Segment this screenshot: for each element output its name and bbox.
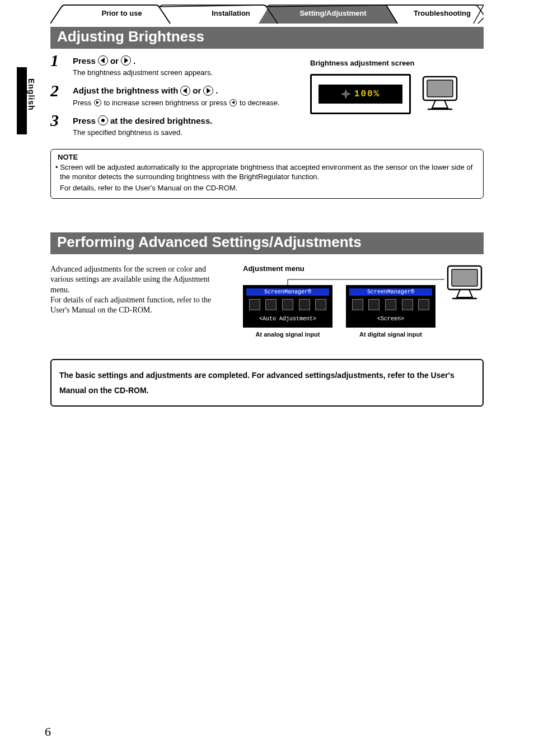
enter-dot-icon [98, 115, 108, 125]
step-1: 1 Press or . The brightness adjustment s… [50, 55, 291, 78]
screenmanager-panel-digital: ScreenManager® <Screen> [346, 285, 435, 328]
note-title: NOTE [58, 153, 476, 161]
step-description: Press to increase screen brightness or p… [73, 98, 291, 108]
text: Press [73, 56, 96, 66]
note-box: NOTE • Screen will be adjusted automatic… [50, 149, 484, 199]
step-number: 1 [50, 51, 59, 70]
sm-icon [282, 299, 293, 310]
text: Press [73, 116, 96, 125]
svg-rect-1 [427, 80, 453, 97]
osd-box: 100% [310, 74, 411, 114]
caption-digital: At digital signal input [346, 331, 435, 338]
step-heading: Press at the desired brightness. [73, 115, 291, 125]
step-number: 2 [50, 81, 59, 100]
step-heading: Press or . [73, 55, 291, 66]
note-text-2: For details, refer to the User's Manual … [58, 183, 476, 193]
left-arrow-icon [180, 86, 190, 96]
note-text-1: • Screen will be adjusted automatically … [58, 162, 476, 182]
tab-installation: Installation [193, 9, 269, 17]
sm-selection-digital: <Screen> [349, 316, 432, 322]
text: . [133, 56, 135, 66]
sm-icon [299, 299, 310, 310]
brightness-screen-figure: Brightness adjustment screen 100% [310, 59, 484, 114]
text: . [216, 86, 218, 95]
sm-icon [385, 299, 396, 310]
step-description: The brightness adjustment screen appears… [73, 68, 291, 78]
monitor-icon [444, 264, 489, 303]
svg-rect-7 [452, 269, 477, 286]
text: to decrease. [240, 99, 280, 107]
text: Adjust the brightness with [73, 86, 178, 95]
text: at the desired brightness. [110, 116, 213, 125]
screenmanager-title: ScreenManager® [349, 288, 432, 296]
step-number: 3 [50, 111, 59, 130]
text: or [110, 56, 119, 66]
step-2: 2 Adjust the brightness with or . Press … [50, 86, 291, 108]
page-number: 6 [45, 725, 51, 739]
step-description: The specified brightness is saved. [73, 128, 291, 138]
sm-icon [402, 299, 413, 310]
monitor-icon [420, 74, 465, 114]
tab-setting-adjustment: Setting/Adjustment [283, 9, 383, 17]
sm-icon [249, 299, 260, 310]
step-3: 3 Press at the desired brightness. The s… [50, 115, 291, 138]
advanced-description: Advanced adjustments for the screen or c… [50, 264, 229, 315]
tab-troubleshooting: Troubleshooting [397, 9, 487, 17]
figure-title: Brightness adjustment screen [310, 59, 484, 67]
left-arrow-icon [229, 99, 237, 106]
text: For details of each adjustment function,… [50, 296, 211, 314]
phase-tabs: Prior to use Installation Setting/Adjust… [50, 4, 484, 25]
sm-icon [352, 299, 363, 310]
screenmanager-panel-analog: ScreenManager® <Auto Adjustment> [243, 285, 332, 328]
left-arrow-icon [98, 55, 108, 66]
step-heading: Adjust the brightness with or . [73, 86, 291, 96]
section-title-advanced: Performing Advanced Settings/Adjustments [50, 232, 484, 254]
right-arrow-icon [94, 99, 101, 106]
completion-note-box: The basic settings and adjustments are c… [50, 359, 484, 407]
right-arrow-icon [121, 55, 131, 66]
screenmanager-title: ScreenManager® [246, 288, 329, 296]
right-arrow-icon [203, 86, 213, 96]
text: or [193, 86, 201, 95]
sm-icon [418, 299, 429, 310]
brightness-value: 100% [354, 89, 380, 99]
caption-analog: At analog signal input [243, 331, 332, 338]
brightness-sun-icon [341, 89, 351, 99]
tab-prior-to-use: Prior to use [84, 9, 160, 17]
text: to increase screen brightness or press [104, 99, 229, 107]
section-title-brightness: Adjusting Brightness [50, 27, 484, 49]
sm-selection-analog: <Auto Adjustment> [246, 316, 329, 322]
sm-icon [315, 299, 326, 310]
text: Press [73, 99, 93, 107]
sm-icon [368, 299, 380, 310]
sm-icon [265, 299, 277, 310]
text: Advanced adjustments for the screen or c… [50, 265, 210, 293]
